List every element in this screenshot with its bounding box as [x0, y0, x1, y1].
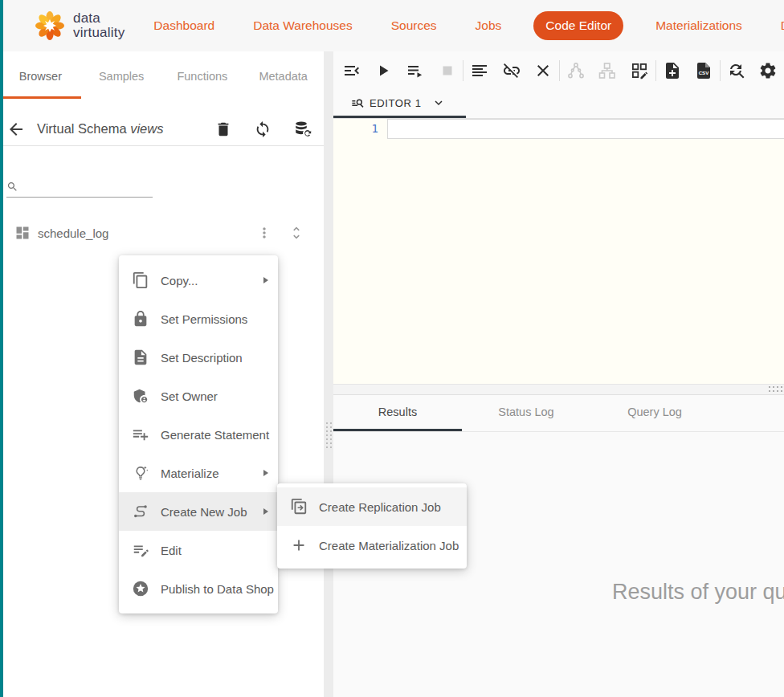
delete-schema-button[interactable] — [214, 120, 232, 138]
sidebar-tabs: Browser Samples Functions Metadata — [0, 51, 324, 101]
tree-item-schedule-log[interactable]: schedule_log — [0, 217, 324, 249]
code-editor-area[interactable]: 1 — [333, 119, 784, 384]
collapse-editor-list-button[interactable] — [336, 55, 368, 87]
item-menu-button[interactable] — [256, 225, 272, 241]
kebab-menu-icon — [256, 225, 272, 241]
collapse-editor-icon — [342, 61, 361, 80]
active-tab-indicator — [3, 96, 81, 99]
chevron-down-icon — [431, 96, 446, 110]
export-csv-button[interactable]: CSV — [688, 55, 720, 87]
editor-search-icon — [350, 96, 365, 111]
editor-toolbar: CSV — [333, 51, 784, 90]
submenu-arrow-icon — [263, 508, 268, 515]
lock-icon — [132, 310, 149, 328]
settings-button[interactable] — [753, 55, 784, 87]
tab-query-log[interactable]: Query Log — [590, 395, 719, 431]
schema-tree-button[interactable] — [592, 55, 624, 87]
logo-text: data virtuality — [73, 11, 125, 41]
new-editor-tab-button[interactable] — [656, 55, 688, 87]
menu-item-label: Edit — [161, 544, 182, 557]
nav-item-code-editor[interactable]: Code Editor — [533, 11, 623, 40]
route-icon — [132, 503, 149, 520]
search-input[interactable] — [23, 181, 153, 194]
star-circle-icon — [132, 580, 149, 597]
tab-metadata[interactable]: Metadata — [243, 70, 324, 83]
tab-samples[interactable]: Samples — [81, 70, 162, 83]
editor-line-1: 1 — [333, 119, 784, 139]
playlist-edit-icon — [132, 541, 149, 559]
tab-results[interactable]: Results — [333, 395, 462, 431]
submenu-item-create-materialization-job[interactable]: Create Materialization Job — [277, 526, 467, 565]
run-selection-icon — [406, 61, 425, 80]
menu-item-label: Generate Statement — [161, 428, 269, 442]
logo-icon — [34, 10, 66, 42]
nav-item-sources[interactable]: Sources — [391, 18, 437, 33]
nav-item-jobs[interactable]: Jobs — [476, 18, 502, 33]
menu-item-generate-statement[interactable]: Generate Statement — [119, 415, 278, 454]
run-selection-button[interactable] — [399, 55, 431, 87]
clear-icon — [533, 61, 553, 80]
tab-functions[interactable]: Functions — [162, 70, 243, 83]
tab-browser[interactable]: Browser — [0, 70, 81, 83]
panel-splitter-vertical[interactable] — [324, 51, 333, 697]
refresh-schema-button[interactable] — [254, 120, 272, 138]
clear-editor-button[interactable] — [527, 55, 559, 87]
context-menu: Copy... Set Permissions Set Description … — [119, 255, 278, 613]
menu-item-label: Materialize — [161, 467, 219, 480]
schema-title: Virtual Schema views — [37, 121, 163, 137]
back-arrow-icon — [6, 120, 26, 139]
dashboard-edit-icon — [630, 61, 649, 80]
menu-item-copy[interactable]: Copy... — [119, 261, 278, 300]
unfold-icon — [288, 225, 304, 241]
back-button[interactable] — [6, 120, 26, 139]
menu-item-publish-to-data-shop[interactable]: Publish to Data Shop — [119, 569, 278, 608]
nav-item-data-warehouses[interactable]: Data Warehouses — [253, 18, 353, 33]
menu-item-label: Set Owner — [161, 389, 218, 403]
run-icon — [374, 61, 393, 80]
menu-item-label: Create Materialization Job — [319, 539, 459, 552]
menu-item-edit[interactable]: Edit — [119, 531, 278, 569]
app-logo[interactable]: data virtuality — [34, 10, 125, 42]
dashboard-icon — [14, 225, 31, 241]
lightbulb-icon — [132, 464, 149, 482]
nav-item-materializations[interactable]: Materializations — [655, 18, 742, 33]
database-refresh-icon — [293, 120, 312, 139]
edit-dashboard-button[interactable] — [623, 55, 655, 87]
panel-splitter-horizontal[interactable] — [333, 384, 784, 395]
code-editor-pane: CSV EDITOR 1 — [333, 51, 784, 697]
stop-query-button[interactable] — [431, 55, 463, 87]
menu-item-set-owner[interactable]: Set Owner — [119, 377, 278, 415]
menu-item-materialize[interactable]: Materialize — [119, 454, 278, 492]
menu-item-label: Create Replication Job — [319, 500, 441, 514]
splitter-drag-handle — [326, 422, 332, 448]
unlink-button[interactable] — [496, 55, 528, 87]
menu-item-set-permissions[interactable]: Set Permissions — [119, 300, 278, 338]
submenu-arrow-icon — [263, 470, 268, 476]
new-file-icon — [663, 61, 682, 80]
tab-status-log[interactable]: Status Log — [462, 395, 590, 431]
dependency-tree-icon — [566, 61, 586, 80]
editor-tab-1[interactable]: EDITOR 1 — [333, 90, 466, 118]
reload-metadata-button[interactable] — [293, 120, 312, 139]
schema-search — [6, 177, 153, 198]
schema-panel-header: Virtual Schema views — [0, 112, 324, 146]
submenu-item-create-replication-job[interactable]: Create Replication Job — [277, 487, 467, 526]
menu-item-create-new-job[interactable]: Create New Job — [119, 492, 278, 531]
menu-item-label: Set Description — [161, 351, 243, 365]
expand-item-button[interactable] — [288, 225, 304, 241]
splitter-drag-handle — [769, 386, 784, 395]
active-line-highlight[interactable] — [387, 119, 784, 139]
export-csv-icon: CSV — [694, 61, 713, 80]
find-replace-button[interactable] — [721, 55, 753, 87]
results-empty-state: Results of your querie — [612, 580, 784, 605]
schema-tree-icon — [598, 61, 617, 80]
menu-item-set-description[interactable]: Set Description — [119, 338, 278, 377]
nav-item-dashboard[interactable]: Dashboard — [153, 18, 214, 33]
run-query-button[interactable] — [368, 55, 400, 87]
nav-item-data-shop[interactable]: Data Shop — [781, 18, 784, 33]
dependency-tree-button[interactable] — [560, 55, 592, 87]
plus-icon — [290, 536, 308, 554]
tree-item-actions — [256, 225, 324, 241]
format-sql-button[interactable] — [463, 55, 496, 87]
format-sql-icon — [470, 61, 489, 80]
